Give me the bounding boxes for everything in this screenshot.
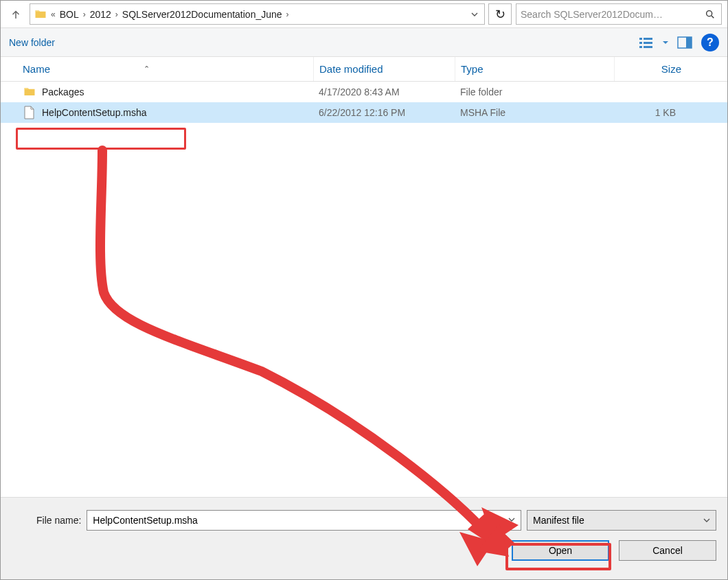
chevron-left-icon: « <box>49 10 57 19</box>
column-type[interactable]: Type <box>461 63 484 75</box>
svg-rect-3 <box>639 42 642 44</box>
svg-rect-4 <box>644 42 652 44</box>
chevron-right-icon: › <box>82 10 87 19</box>
breadcrumb[interactable]: « BOL › 2012 › SQLServer2012Documentatio… <box>30 3 485 25</box>
breadcrumb-dropdown[interactable] <box>468 11 481 18</box>
column-size[interactable]: Size <box>661 63 681 75</box>
filename-value: HelpContentSetup.msha <box>93 515 198 526</box>
up-button[interactable] <box>6 3 25 25</box>
breadcrumb-seg[interactable]: 2012 <box>87 8 114 21</box>
file-size: 1 KB <box>614 107 687 118</box>
open-button[interactable]: Open <box>512 540 609 561</box>
breadcrumb-seg[interactable]: SQLServer2012Documentation_June <box>120 8 285 21</box>
table-row[interactable]: HelpContentSetup.msha 6/22/2012 12:16 PM… <box>1 102 727 123</box>
file-icon <box>23 106 36 119</box>
help-button[interactable]: ? <box>701 34 719 51</box>
table-row[interactable]: Packages 4/17/2020 8:43 AM File folder <box>1 82 727 102</box>
file-type: File folder <box>455 86 614 97</box>
svg-rect-8 <box>686 37 692 48</box>
chevron-down-icon <box>508 515 515 525</box>
search-input[interactable]: Search SQLServer2012Docum… <box>516 3 722 25</box>
folder-icon <box>33 7 48 22</box>
file-name: Packages <box>42 86 84 97</box>
open-button-label: Open <box>549 545 572 556</box>
view-details-button[interactable] <box>637 33 656 52</box>
chevron-right-icon: › <box>285 10 291 19</box>
breadcrumb-seg[interactable]: BOL <box>57 8 82 21</box>
file-date: 4/17/2020 8:43 AM <box>313 86 455 97</box>
svg-point-0 <box>707 10 712 16</box>
svg-rect-2 <box>644 38 652 40</box>
search-icon <box>703 9 717 20</box>
file-date: 6/22/2012 12:16 PM <box>313 107 455 118</box>
refresh-button[interactable]: ↻ <box>488 3 512 25</box>
view-dropdown[interactable] <box>660 33 671 52</box>
annotation-highlight-filename <box>16 128 186 150</box>
filename-label: File name: <box>36 515 81 526</box>
filetype-select[interactable]: Manifest file <box>527 510 716 531</box>
column-name[interactable]: Name <box>23 63 50 75</box>
preview-pane-button[interactable] <box>675 33 694 52</box>
sort-ascending-icon: ⌃ <box>144 65 150 73</box>
cancel-button[interactable]: Cancel <box>619 540 716 561</box>
column-date[interactable]: Date modified <box>319 63 383 75</box>
search-placeholder: Search SQLServer2012Docum… <box>521 9 703 20</box>
filename-input[interactable]: HelpContentSetup.msha <box>87 510 521 531</box>
folder-icon <box>23 85 36 99</box>
svg-rect-6 <box>644 46 652 48</box>
file-type: MSHA File <box>455 107 614 118</box>
chevron-right-icon: › <box>114 10 120 19</box>
cancel-button-label: Cancel <box>652 545 683 556</box>
svg-rect-1 <box>639 38 642 40</box>
filetype-value: Manifest file <box>533 515 584 526</box>
file-name: HelpContentSetup.msha <box>42 107 147 118</box>
chevron-down-icon <box>703 515 710 526</box>
svg-rect-5 <box>639 46 642 48</box>
new-folder-button[interactable]: New folder <box>9 37 55 48</box>
